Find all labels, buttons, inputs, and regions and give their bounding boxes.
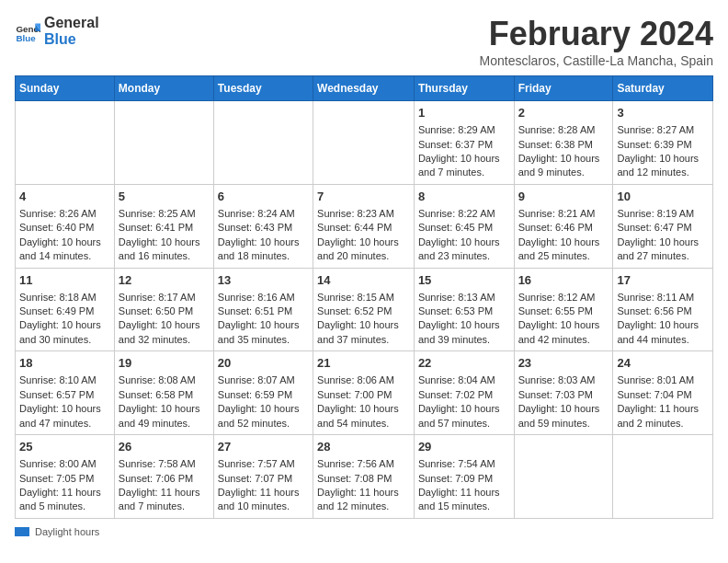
calendar-cell: 10Sunrise: 8:19 AMSunset: 6:47 PMDayligh… <box>613 184 713 268</box>
day-number: 12 <box>119 272 210 289</box>
day-info: Sunrise: 8:15 AM <box>317 291 410 304</box>
day-info: Sunset: 6:56 PM <box>617 304 709 318</box>
calendar-week-row: 11Sunrise: 8:18 AMSunset: 6:49 PMDayligh… <box>16 268 713 351</box>
day-info: Sunrise: 8:22 AM <box>418 207 510 221</box>
day-info: Sunrise: 8:12 AM <box>518 291 609 304</box>
day-info: Sunset: 6:46 PM <box>518 221 609 235</box>
calendar-cell: 1Sunrise: 8:29 AMSunset: 6:37 PMDaylight… <box>414 101 514 185</box>
day-info: Sunset: 6:50 PM <box>119 304 210 318</box>
calendar-week-row: 1Sunrise: 8:29 AMSunset: 6:37 PMDaylight… <box>16 101 713 185</box>
day-info: Daylight: 10 hours <box>218 236 309 249</box>
day-info: Sunset: 6:57 PM <box>19 388 110 402</box>
day-info: Daylight: 10 hours <box>418 402 510 416</box>
calendar-cell: 23Sunrise: 8:03 AMSunset: 7:03 PMDayligh… <box>514 351 613 435</box>
calendar-cell: 16Sunrise: 8:12 AMSunset: 6:55 PMDayligh… <box>514 268 613 351</box>
calendar-cell: 8Sunrise: 8:22 AMSunset: 6:45 PMDaylight… <box>414 184 514 268</box>
day-info: Sunrise: 8:07 AM <box>218 373 309 387</box>
svg-text:Blue: Blue <box>16 33 36 43</box>
calendar-cell <box>514 435 613 519</box>
legend-color-box <box>15 527 29 536</box>
day-info: and 49 minutes. <box>119 417 210 431</box>
day-info: Daylight: 11 hours <box>119 486 210 500</box>
day-info: and 37 minutes. <box>317 333 410 347</box>
day-info: Daylight: 10 hours <box>19 236 110 249</box>
day-info: Sunrise: 8:16 AM <box>218 291 309 304</box>
day-info: Sunset: 7:08 PM <box>317 472 410 486</box>
day-info: and 12 minutes. <box>317 500 410 513</box>
calendar-cell: 18Sunrise: 8:10 AMSunset: 6:57 PMDayligh… <box>16 351 115 435</box>
calendar-table: SundayMondayTuesdayWednesdayThursdayFrid… <box>15 75 713 519</box>
calendar-cell: 28Sunrise: 7:56 AMSunset: 7:08 PMDayligh… <box>313 435 415 519</box>
day-info: Sunset: 7:04 PM <box>617 388 709 402</box>
day-number: 2 <box>518 105 609 121</box>
day-number: 27 <box>218 439 309 455</box>
day-info: Sunrise: 8:26 AM <box>19 207 110 221</box>
day-info: Daylight: 10 hours <box>317 318 410 332</box>
calendar-cell: 6Sunrise: 8:24 AMSunset: 6:43 PMDaylight… <box>213 184 313 268</box>
day-info: and 20 minutes. <box>317 249 410 263</box>
calendar-day-header: Tuesday <box>213 76 313 101</box>
day-info: Sunrise: 8:19 AM <box>617 207 709 221</box>
day-info: and 32 minutes. <box>119 333 210 347</box>
calendar-cell: 4Sunrise: 8:26 AMSunset: 6:40 PMDaylight… <box>16 184 115 268</box>
day-number: 20 <box>218 355 309 372</box>
day-info: Sunset: 7:05 PM <box>19 472 110 486</box>
day-info: and 5 minutes. <box>19 500 110 513</box>
day-info: and 35 minutes. <box>218 333 309 347</box>
day-info: Sunset: 6:53 PM <box>418 304 510 318</box>
day-info: and 16 minutes. <box>119 249 210 263</box>
day-info: Daylight: 10 hours <box>418 152 510 166</box>
day-number: 1 <box>418 105 510 121</box>
day-info: Sunset: 7:00 PM <box>317 388 410 402</box>
day-info: Sunrise: 7:57 AM <box>218 457 309 471</box>
day-info: Daylight: 10 hours <box>19 402 110 416</box>
location-subtitle: Montesclaros, Castille-La Mancha, Spain <box>480 53 713 68</box>
day-info: and 30 minutes. <box>19 333 110 347</box>
calendar-cell <box>213 101 313 185</box>
calendar-week-row: 4Sunrise: 8:26 AMSunset: 6:40 PMDaylight… <box>16 184 713 268</box>
logo-line1: General <box>44 15 99 31</box>
day-info: Sunset: 6:51 PM <box>218 304 309 318</box>
day-info: Sunrise: 8:25 AM <box>119 207 210 221</box>
day-info: Sunset: 6:55 PM <box>518 304 609 318</box>
day-number: 21 <box>317 355 410 372</box>
day-number: 17 <box>617 272 709 289</box>
day-info: Daylight: 10 hours <box>218 402 309 416</box>
day-info: Daylight: 11 hours <box>418 486 510 500</box>
day-number: 22 <box>418 355 510 372</box>
day-number: 8 <box>418 189 510 205</box>
day-number: 7 <box>317 189 410 205</box>
day-info: Daylight: 10 hours <box>119 402 210 416</box>
day-number: 6 <box>218 189 309 205</box>
day-info: Sunrise: 8:03 AM <box>518 373 609 387</box>
day-number: 28 <box>317 439 410 455</box>
day-info: Sunset: 6:45 PM <box>418 221 510 235</box>
day-info: Sunrise: 8:28 AM <box>518 123 609 137</box>
calendar-cell: 22Sunrise: 8:04 AMSunset: 7:02 PMDayligh… <box>414 351 514 435</box>
day-info: and 9 minutes. <box>518 166 609 179</box>
day-info: and 25 minutes. <box>518 249 609 263</box>
day-info: and 23 minutes. <box>418 249 510 263</box>
day-info: Sunrise: 8:27 AM <box>617 123 709 137</box>
calendar-cell: 21Sunrise: 8:06 AMSunset: 7:00 PMDayligh… <box>313 351 415 435</box>
day-info: Sunset: 6:49 PM <box>19 304 110 318</box>
day-info: Daylight: 11 hours <box>19 486 110 500</box>
day-info: Sunrise: 7:54 AM <box>418 457 510 471</box>
day-info: Sunset: 7:06 PM <box>119 472 210 486</box>
day-number: 10 <box>617 189 709 205</box>
day-info: Daylight: 10 hours <box>518 402 609 416</box>
day-info: and 7 minutes. <box>418 166 510 179</box>
calendar-day-header: Thursday <box>414 76 514 101</box>
calendar-cell: 2Sunrise: 8:28 AMSunset: 6:38 PMDaylight… <box>514 101 613 185</box>
day-info: Sunset: 7:07 PM <box>218 472 309 486</box>
day-info: Sunrise: 8:10 AM <box>19 373 110 387</box>
calendar-cell: 24Sunrise: 8:01 AMSunset: 7:04 PMDayligh… <box>613 351 713 435</box>
day-info: and 39 minutes. <box>418 333 510 347</box>
calendar-cell <box>16 101 115 185</box>
calendar-cell: 13Sunrise: 8:16 AMSunset: 6:51 PMDayligh… <box>213 268 313 351</box>
day-info: Sunrise: 8:11 AM <box>617 291 709 304</box>
day-info: Sunset: 7:09 PM <box>418 472 510 486</box>
day-info: Sunrise: 8:13 AM <box>418 291 510 304</box>
day-info: and 57 minutes. <box>418 417 510 431</box>
day-info: and 7 minutes. <box>119 500 210 513</box>
